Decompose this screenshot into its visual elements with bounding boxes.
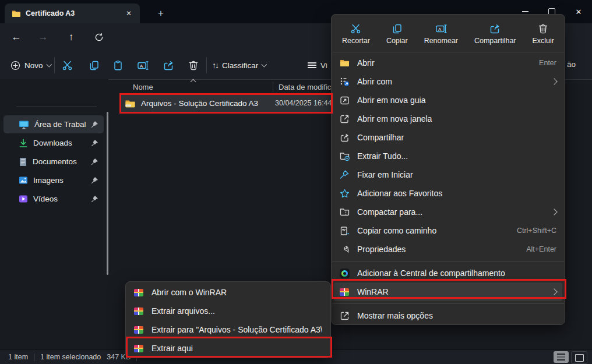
view-button[interactable]: Vi (308, 56, 327, 75)
paste-button[interactable] (108, 56, 128, 75)
new-window-icon (339, 114, 350, 124)
menu-item-propriedades[interactable]: Propriedades Alt+Enter (332, 240, 565, 259)
menu-item-compartilhar[interactable]: Compartilhar (332, 128, 565, 147)
videos-icon (19, 195, 28, 203)
menu-item-copiar-caminho[interactable]: Copiar como caminho Ctrl+Shift+C (332, 221, 565, 240)
column-name[interactable]: Nome (133, 83, 153, 91)
close-button[interactable]: ✕ (565, 0, 592, 23)
back-button[interactable]: ← (7, 28, 26, 47)
sidebar-item-label: Área de Trabalho (34, 120, 86, 129)
copy-button[interactable] (84, 56, 104, 75)
menu-item-favoritos[interactable]: Adicionar aos Favoritos (332, 184, 565, 203)
thumbnail-view-button[interactable] (571, 351, 587, 364)
sidebar-scrollbar[interactable] (107, 112, 108, 275)
menu-item-abrir-com[interactable]: Abrir com (332, 72, 565, 91)
winrar-icon (133, 343, 144, 354)
share-quick-action[interactable]: Compartilhar (473, 21, 517, 47)
pin-icon (339, 169, 350, 180)
menu-item-winrar[interactable]: WinRAR (334, 282, 562, 301)
sidebar-item-downloads[interactable]: Downloads (3, 134, 104, 152)
desktop-icon (19, 120, 29, 129)
menu-item-label: Compartilhar (357, 133, 556, 142)
winrar-icon (133, 306, 144, 316)
menu-item-label: Extrair arquivos... (151, 306, 322, 316)
menu-item-fixar-iniciar[interactable]: Fixar em Iniciar (332, 165, 565, 184)
submenu-chevron-icon (551, 208, 557, 215)
share-icon (489, 23, 501, 34)
refresh-button[interactable] (90, 28, 108, 47)
submenu-item-extrair-aqui[interactable]: Extrair aqui (126, 339, 330, 358)
menu-item-nova-janela[interactable]: Abrir em nova janela (332, 109, 565, 128)
submenu-chevron-icon (551, 78, 557, 84)
sort-arrows-icon: ↑↓ (212, 61, 218, 70)
wrench-icon (339, 244, 350, 255)
pin-icon (91, 158, 98, 165)
rename-button[interactable]: A (133, 56, 153, 75)
tab-close-icon[interactable]: ✕ (122, 7, 135, 20)
sidebar: Área de Trabalho Downloads Documentos Im… (0, 79, 108, 349)
pin-icon (91, 140, 98, 147)
cut-quick-action[interactable]: Recortar (341, 21, 371, 47)
menu-item-extrair-tudo[interactable]: Extrair Tudo... (332, 147, 565, 165)
clipped-toolbar-label: ão (567, 60, 576, 69)
menu-item-label: WinRAR (357, 287, 544, 296)
menu-shortcut: Enter (539, 59, 556, 67)
pictures-icon (19, 176, 28, 185)
selection-count: 1 item selecionado (40, 353, 101, 361)
sort-button[interactable]: ↑↓ Classificar (212, 56, 266, 75)
submenu-item-extrair-arquivos[interactable]: Extrair arquivos... (126, 302, 330, 320)
new-tab-button[interactable]: + (153, 6, 169, 21)
more-options-icon (339, 310, 350, 321)
menu-item-label: Compactar para... (357, 207, 544, 217)
menu-separator (332, 261, 564, 261)
winrar-submenu: Abrir com o WinRAR Extrair arquivos... E… (125, 281, 331, 358)
column-date-modified[interactable]: Data de modifica (279, 83, 336, 91)
quick-action-label: Excluir (532, 37, 554, 45)
menu-item-label: Abrir em nova janela (357, 114, 556, 123)
sidebar-item-label: Documentos (33, 157, 86, 166)
menu-item-label: Copiar como caminho (357, 226, 509, 235)
submenu-item-abrir-winrar[interactable]: Abrir com o WinRAR (126, 283, 330, 302)
delete-quick-action[interactable]: Excluir (531, 21, 555, 47)
sidebar-item-videos[interactable]: Vídeos (3, 190, 104, 208)
menu-item-abrir[interactable]: Abrir Enter (332, 54, 565, 72)
column-divider[interactable] (273, 82, 273, 93)
sidebar-item-documents[interactable]: Documentos (3, 153, 104, 171)
winrar-icon (133, 287, 144, 298)
copy-quick-action[interactable]: Copiar (385, 21, 409, 47)
sidebar-item-desktop[interactable]: Área de Trabalho (3, 115, 104, 133)
rename-quick-action[interactable]: A Renomear (423, 21, 459, 47)
submenu-item-extrair-para[interactable]: Extrair para "Arquivos - Solução Certifi… (126, 320, 330, 339)
menu-item-label: Extrair para "Arquivos - Solução Certifi… (151, 325, 322, 334)
folder-icon (12, 9, 21, 17)
up-button[interactable]: ↑ (62, 28, 80, 47)
share-icon (339, 132, 350, 143)
menu-shortcut: Ctrl+Shift+C (517, 227, 556, 235)
open-with-icon (339, 76, 350, 87)
sidebar-item-pictures[interactable]: Imagens (3, 171, 104, 189)
cut-button[interactable] (57, 56, 77, 75)
menu-item-mostrar-mais[interactable]: Mostrar mais opções (332, 306, 565, 325)
details-view-icon (557, 353, 565, 362)
folder-icon (339, 58, 350, 68)
rename-icon: A (435, 23, 447, 34)
tab-title: Certificado A3 (26, 9, 118, 17)
menu-item-nova-guia[interactable]: Abrir em nova guia (332, 91, 565, 109)
details-view-button[interactable] (554, 351, 569, 363)
share-button[interactable] (158, 56, 178, 75)
zip-folder-icon (339, 207, 350, 217)
menu-item-label: Abrir (357, 58, 531, 68)
thumbnail-view-icon (575, 354, 584, 362)
menu-item-label: Abrir com o WinRAR (151, 288, 322, 297)
menu-item-central-compartilhamento[interactable]: Adicionar à Central de compartilhamento (332, 264, 565, 282)
forward-button[interactable]: → (34, 28, 52, 47)
delete-button[interactable] (184, 56, 203, 75)
explorer-tab[interactable]: Certificado A3 ✕ (5, 3, 140, 23)
menu-item-label: Mostrar mais opções (357, 311, 556, 320)
sort-ascending-icon (191, 79, 196, 85)
sidebar-divider (16, 107, 97, 107)
zip-folder-icon (125, 99, 136, 108)
context-menu: Recortar Copiar A Renomear Compartilhar … (331, 14, 565, 325)
new-button[interactable]: Novo (10, 56, 51, 75)
menu-item-compactar[interactable]: Compactar para... (332, 203, 565, 221)
